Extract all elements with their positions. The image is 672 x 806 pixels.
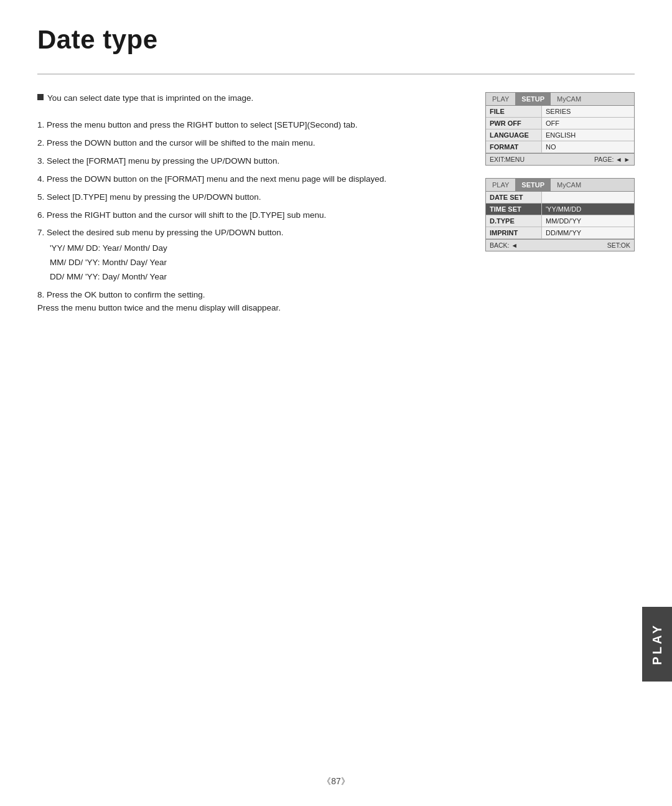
sub-bullet-item: MM/ DD/ 'YY: Month/ Day/ Year: [50, 256, 467, 269]
menu-panel-2-header: PLAY SETUP MyCAM: [486, 179, 634, 192]
tab-setup-1: SETUP: [515, 93, 551, 105]
menu-cell-right: [542, 192, 634, 203]
bullet-square-icon: [37, 94, 44, 100]
menu-row: LANGUAGE ENGLISH: [486, 129, 634, 141]
title-divider: [37, 73, 635, 75]
menu-cell-left: D.TYPE: [486, 215, 542, 227]
menu-cell-left: FILE: [486, 106, 542, 117]
intro-bullet: You can select date type that is imprint…: [37, 92, 467, 105]
play-tab-label: PLAY: [650, 623, 665, 665]
page-number-text: 《87》: [322, 776, 350, 786]
page-title: Date type: [37, 25, 635, 55]
menu-cell-left: IMPRINT: [486, 227, 542, 238]
menu-cell-left: LANGUAGE: [486, 129, 542, 141]
list-item: 7. Select the desired sub menu by pressi…: [37, 227, 467, 284]
numbered-list: 1. Press the menu button and press the R…: [37, 119, 467, 315]
menu-panel-2: PLAY SETUP MyCAM DATE SET TIME SET 'YY/M…: [485, 178, 635, 251]
menu-row: FORMAT NO: [486, 141, 634, 153]
menu-cell-right: 'YY/MM/DD: [542, 204, 634, 215]
menu-row: PWR OFF OFF: [486, 118, 634, 129]
menu-cell-right: SERIES: [542, 106, 634, 117]
footer-left: EXIT:MENU: [490, 156, 525, 163]
list-item: 8. Press the OK button to confirm the se…: [37, 289, 467, 315]
tab-mycam-2: MyCAM: [551, 179, 587, 191]
tab-setup-2: SETUP: [515, 179, 551, 191]
menu-cell-right: NO: [542, 141, 634, 152]
menu-cell-left: PWR OFF: [486, 118, 542, 129]
footer-right: SET:OK: [607, 241, 630, 249]
list-item: 6. Press the RIGHT button and the cursor…: [37, 209, 467, 222]
list-item: 4. Press the DOWN button on the [FORMAT]…: [37, 173, 467, 186]
sub-bullets: 'YY/ MM/ DD: Year/ Month/ Day MM/ DD/ 'Y…: [37, 242, 467, 284]
page-container: Date type You can select date type that …: [0, 0, 672, 806]
tab-play-1: PLAY: [486, 93, 515, 105]
text-column: You can select date type that is imprint…: [37, 92, 467, 320]
menu-row: D.TYPE MM/DD/'YY: [486, 215, 634, 227]
menu-cell-left: FORMAT: [486, 141, 542, 152]
panels-column: PLAY SETUP MyCAM FILE SERIES PWR OFF OFF…: [485, 92, 635, 320]
intro-text: You can select date type that is imprint…: [47, 92, 253, 105]
menu-cell-right: DD/MM/'YY: [542, 227, 634, 238]
content-area: You can select date type that is imprint…: [37, 92, 635, 320]
menu-row-highlighted: TIME SET 'YY/MM/DD: [486, 204, 634, 215]
menu-row: IMPRINT DD/MM/'YY: [486, 227, 634, 239]
list-item: 5. Select [D.TYPE] menu by pressing the …: [37, 191, 467, 204]
menu-panel-1-footer: EXIT:MENU PAGE: ◄ ►: [486, 153, 634, 165]
menu-cell-left: TIME SET: [486, 204, 542, 215]
page-number: 《87》: [322, 776, 350, 787]
menu-panel-2-footer: BACK: ◄ SET:OK: [486, 239, 634, 251]
list-item: 3. Select the [FORMAT] menu by pressing …: [37, 155, 467, 168]
menu-cell-right: OFF: [542, 118, 634, 129]
menu-cell-left: DATE SET: [486, 192, 542, 203]
footer-left: BACK: ◄: [490, 241, 518, 249]
tab-mycam-1: MyCAM: [551, 93, 587, 105]
sub-bullet-item: 'YY/ MM/ DD: Year/ Month/ Day: [50, 242, 467, 255]
tab-play-2: PLAY: [486, 179, 515, 191]
menu-cell-right: MM/DD/'YY: [542, 215, 634, 227]
menu-panel-1: PLAY SETUP MyCAM FILE SERIES PWR OFF OFF…: [485, 92, 635, 166]
menu-row: DATE SET: [486, 192, 634, 204]
menu-row: FILE SERIES: [486, 106, 634, 118]
list-item: 1. Press the menu button and press the R…: [37, 119, 467, 132]
play-sidebar-tab: PLAY: [642, 607, 672, 682]
sub-bullet-item: DD/ MM/ 'YY: Day/ Month/ Year: [50, 271, 467, 284]
footer-right: PAGE: ◄ ►: [594, 156, 630, 163]
list-item: 2. Press the DOWN button and the cursor …: [37, 137, 467, 150]
menu-panel-1-header: PLAY SETUP MyCAM: [486, 93, 634, 106]
menu-cell-right: ENGLISH: [542, 129, 634, 141]
